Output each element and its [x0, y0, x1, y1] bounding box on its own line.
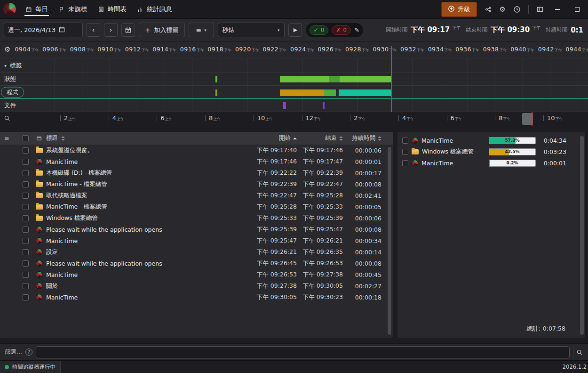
table-row[interactable]: ManicTime - 檔案總管下午 09:22:39下午 09:22:4700…	[0, 178, 386, 190]
row-checkbox[interactable]	[23, 272, 29, 278]
row-checkbox[interactable]	[23, 204, 29, 210]
date-picker[interactable]: 週一, 2026/4/13	[4, 23, 83, 37]
row-checkbox[interactable]	[402, 138, 408, 144]
panel-layout-icon[interactable]	[536, 6, 544, 13]
clock-icon[interactable]	[513, 6, 521, 13]
right-scrollbar[interactable]	[580, 135, 584, 336]
table-row[interactable]: Windows 檔案總管下午 09:25:33下午 09:25:3900:00:…	[0, 212, 386, 224]
folder-icon	[36, 193, 43, 198]
table-row[interactable]: ManicTime下午 09:17:46下午 09:17:4700:00:01	[0, 156, 386, 167]
ok-counter[interactable]: ✓ 0	[310, 25, 329, 35]
go-to-today-button[interactable]	[121, 23, 135, 37]
manictime-icon	[36, 237, 42, 244]
activity-segment[interactable]	[340, 76, 391, 82]
header-duration[interactable]: 持續時間	[345, 134, 386, 142]
header-title[interactable]: 標題	[46, 134, 254, 142]
play-button[interactable]: ▶	[288, 23, 302, 37]
upgrade-arrow-icon	[448, 5, 455, 14]
activity-segment[interactable]	[215, 76, 217, 82]
next-day-button[interactable]: ›	[104, 23, 118, 37]
table-row[interactable]: ManicTime下午 09:26:53下午 09:27:3800:00:45	[0, 269, 386, 280]
settings-gear-icon[interactable]: ⚙	[500, 5, 506, 14]
prev-day-button[interactable]: ‹	[87, 23, 100, 37]
row-checkbox[interactable]	[23, 193, 29, 199]
row-checkbox[interactable]	[23, 147, 29, 154]
edit-pencil-icon[interactable]: ✎	[354, 26, 359, 33]
table-row[interactable]: ManicTime - 檔案總管下午 09:25:28下午 09:25:3300…	[0, 201, 386, 212]
tab-statistics[interactable]: 統計訊息	[132, 0, 177, 18]
timeline-row-applications[interactable]: 程式	[0, 86, 588, 99]
table-row[interactable]: 系統盤溢位視窗。下午 09:17:40下午 09:17:4600:00:06	[0, 145, 386, 156]
upgrade-button[interactable]: 升級	[441, 2, 477, 17]
tag-list-dropdown[interactable]: ≡ ▾	[189, 23, 214, 37]
header-end[interactable]: 結束	[299, 134, 345, 142]
table-row[interactable]: 設定下午 09:26:21下午 09:26:3500:00:14	[0, 246, 386, 258]
filter-input[interactable]	[36, 346, 570, 358]
row-duration: 00:00:18	[345, 294, 386, 301]
activity-segment[interactable]	[280, 89, 324, 96]
row-checkbox[interactable]	[23, 260, 29, 267]
activity-segment[interactable]	[323, 102, 325, 109]
table-row[interactable]: Please wait while the application opens下…	[0, 224, 386, 235]
timeline-row-documents[interactable]: 文件	[0, 99, 588, 112]
row-checkbox[interactable]	[23, 215, 29, 221]
minimize-button[interactable]	[551, 3, 564, 16]
header-start[interactable]: 開始	[254, 134, 299, 142]
row-checkbox[interactable]	[23, 249, 29, 255]
columns-icon[interactable]: ≡	[0, 135, 19, 142]
tab-timesheet[interactable]: 時間表	[93, 0, 132, 18]
activity-segment[interactable]	[329, 76, 340, 82]
timeline-row-label: ▾標籤	[4, 61, 22, 69]
chevron-down-icon[interactable]: ▾	[4, 63, 7, 68]
row-checkbox[interactable]	[23, 227, 29, 233]
summary-row[interactable]: ManicTime57.3%0:04:34	[397, 135, 585, 146]
row-checkbox[interactable]	[402, 149, 408, 155]
summary-row[interactable]: ManicTime0.2%0:00:01	[397, 157, 585, 169]
day-overview[interactable]: 2上午4上午6上午8上午10上午12下午2下午4下午6下午8下午10下午	[0, 112, 588, 126]
timeline-row-status[interactable]: 狀態	[0, 73, 588, 86]
select-all-checkbox[interactable]	[23, 135, 29, 141]
row-checkbox[interactable]	[23, 181, 29, 187]
table-row[interactable]: ManicTime下午 09:30:05下午 09:30:2300:00:18	[0, 292, 386, 303]
table-row[interactable]: 取代或略過檔案下午 09:22:47下午 09:25:2800:02:41	[0, 190, 386, 201]
connections-icon[interactable]	[485, 6, 492, 13]
activity-segment[interactable]	[280, 76, 329, 82]
row-checkbox[interactable]	[23, 294, 29, 300]
activity-segment[interactable]	[339, 89, 391, 96]
calendar-check-icon	[125, 26, 132, 33]
time-tick: 0934下午	[428, 46, 452, 53]
help-icon[interactable]: ?	[25, 349, 32, 356]
table-row[interactable]: Please wait while the application opens下…	[0, 258, 386, 269]
stopwatch-select[interactable]: 秒錶 ▾	[218, 23, 285, 37]
summary-row[interactable]: Windows 檔案總管42.5%0:03:23	[397, 146, 585, 157]
scrollbar-thumb[interactable]	[580, 136, 584, 335]
window-icon[interactable]	[32, 135, 46, 142]
timeline-settings-gear-icon[interactable]: ⚙	[4, 45, 10, 54]
add-tag-button[interactable]: + 加入標籤	[139, 23, 185, 37]
left-scrollbar[interactable]	[387, 146, 392, 336]
window-icon	[36, 135, 42, 142]
clock-icon	[513, 6, 521, 13]
search-icon[interactable]	[573, 346, 585, 358]
error-counter[interactable]: ✗ 0	[332, 25, 351, 35]
titlebar: 每日未旗標時間表統計訊息 升級 ⚙	[0, 0, 588, 19]
row-start: 下午 09:25:39	[254, 226, 299, 234]
table-row[interactable]: 本機磁碟 (D:) - 檔案總管下午 09:22:22下午 09:22:3900…	[0, 167, 386, 178]
row-checkbox[interactable]	[23, 283, 29, 289]
timeline-row-tags[interactable]: ▾標籤	[0, 58, 588, 73]
tab-unflagged[interactable]: 未旗標	[53, 0, 93, 18]
time-tick: 0938下午	[483, 46, 507, 53]
row-checkbox[interactable]	[23, 238, 29, 244]
scrollbar-thumb[interactable]	[388, 147, 391, 335]
activity-segment[interactable]	[324, 89, 335, 96]
row-checkbox[interactable]	[402, 160, 408, 166]
activity-segment[interactable]	[215, 89, 217, 96]
row-checkbox[interactable]	[23, 170, 29, 176]
tab-daily[interactable]: 每日	[20, 0, 53, 18]
row-checkbox[interactable]	[23, 159, 29, 165]
zoom-search-icon[interactable]	[4, 115, 10, 123]
table-row[interactable]: ManicTime下午 09:25:47下午 09:26:2100:00:34	[0, 235, 386, 246]
maximize-button[interactable]	[571, 3, 583, 16]
table-row[interactable]: 關於下午 09:27:38下午 09:30:0500:02:27	[0, 280, 386, 292]
activity-segment[interactable]	[283, 102, 286, 109]
